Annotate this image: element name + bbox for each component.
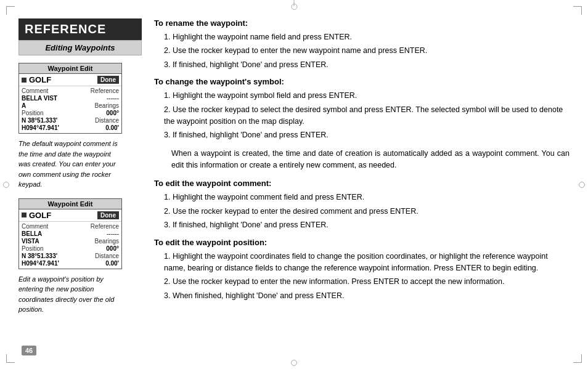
wf-row-1-2: BELLA VIST ------ (22, 95, 119, 102)
reference-header: REFERENCE (18, 18, 142, 40)
wf-row-2-2: BELLA ------ (22, 230, 119, 237)
page-number: 46 (22, 346, 36, 355)
step-comment-3: 3. If finished, highlight 'Done' and pre… (154, 219, 570, 231)
waypoint-fields-1: Comment Reference BELLA VIST ------ A Be… (19, 86, 121, 133)
wf-row-2-1: Comment Reference (22, 223, 119, 230)
caption-2: Edit a waypoint's position by entering t… (18, 274, 122, 315)
wf-row-1-1: Comment Reference (22, 87, 119, 94)
section-edit-comment-title: To edit the waypoint comment: (154, 179, 570, 188)
step-rename-3: 3. If finished, highlight 'Done' and pre… (154, 59, 570, 71)
corner-mark-bl (6, 354, 15, 363)
done-btn-2[interactable]: Done (97, 211, 119, 219)
section-edit-comment: To edit the waypoint comment: 1. Highlig… (154, 179, 570, 231)
section-symbol-title: To change the waypoint's symbol: (154, 77, 570, 86)
wf-row-2-4: Position 000° (22, 245, 119, 252)
step-position-1: 1. Highlight the waypoint coordinates fi… (154, 251, 570, 275)
section-edit-position-title: To edit the waypoint position: (154, 238, 570, 247)
wf-row-1-6: H094°47.941' 0.00' (22, 124, 119, 131)
section-rename-steps: 1. Highlight the waypoint name field and… (154, 31, 570, 71)
reg-mark-top (294, 0, 295, 10)
corner-mark-tr (573, 6, 582, 15)
section-rename-title: To rename the waypoint: (154, 18, 570, 28)
section-symbol-steps: 1. Highlight the waypoint symbol field a… (154, 90, 570, 142)
waypoint-fields-2: Comment Reference BELLA ------ VISTA Bea… (19, 222, 121, 269)
left-panel: REFERENCE Editing Waypoints Waypoint Edi… (18, 18, 142, 315)
wf-row-1-3: A Bearings (22, 102, 119, 109)
caption-1: The default waypoint comment is the time… (18, 139, 122, 190)
golf-label-1: GOLF (22, 75, 51, 84)
waypoint-box-1-title: Waypoint Edit (19, 63, 121, 74)
reg-mark-bottom (291, 360, 297, 366)
reg-mark-right (579, 182, 585, 188)
step-comment-2: 2. Use the rocker keypad to enter the de… (154, 206, 570, 217)
wf-row-1-5: N 38°51.333' Distance (22, 117, 119, 124)
waypoint-box-2-header-row: GOLF Done (19, 209, 121, 222)
wf-row-2-6: H094°47.941' 0.00' (22, 260, 119, 267)
section-edit-position-steps: 1. Highlight the waypoint coordinates fi… (154, 251, 570, 302)
waypoint-box-1-header-row: GOLF Done (19, 74, 121, 86)
waypoint-box-1: Waypoint Edit GOLF Done Comment Referenc… (18, 63, 122, 134)
wf-row-2-5: N 38°51.333' Distance (22, 253, 119, 259)
golf-square-icon-1 (22, 78, 27, 83)
section-edit-position: To edit the waypoint position: 1. Highli… (154, 238, 570, 302)
done-btn-1[interactable]: Done (97, 76, 119, 84)
step-symbol-1: 1. Highlight the waypoint symbol field a… (154, 90, 570, 102)
corner-mark-br (573, 354, 582, 363)
step-symbol-3: 3. If finished, highlight 'Done' and pre… (154, 129, 570, 141)
step-comment-1: 1. Highlight the waypoint comment field … (154, 192, 570, 203)
golf-label-2: GOLF (22, 211, 51, 220)
step-position-2: 2. Use the rocker keypad to enter the ne… (154, 276, 570, 288)
wf-row-1-4: Position 000° (22, 110, 119, 116)
comment-intro-paragraph: When a waypoint is created, the time and… (154, 148, 570, 172)
waypoint-box-2-title: Waypoint Edit (19, 199, 121, 209)
right-panel: To rename the waypoint: 1. Highlight the… (154, 18, 570, 351)
step-rename-2: 2. Use the rocker keypad to enter the ne… (154, 45, 570, 57)
corner-mark-tl (6, 6, 15, 15)
section-rename: To rename the waypoint: 1. Highlight the… (154, 18, 570, 71)
step-rename-1: 1. Highlight the waypoint name field and… (154, 31, 570, 43)
reg-mark-left (3, 182, 9, 188)
editing-subtitle: Editing Waypoints (18, 40, 142, 55)
step-position-3: 3. When finished, highlight 'Done' and p… (154, 290, 570, 302)
waypoint-box-2: Waypoint Edit GOLF Done Comment Referenc… (18, 198, 122, 269)
step-symbol-2: 2. Use the rocker keypad to select the d… (154, 104, 570, 128)
section-symbol: To change the waypoint's symbol: 1. High… (154, 77, 570, 142)
wf-row-2-3: VISTA Bearings (22, 238, 119, 245)
golf-square-icon-2 (22, 213, 27, 217)
section-edit-comment-steps: 1. Highlight the waypoint comment field … (154, 192, 570, 231)
